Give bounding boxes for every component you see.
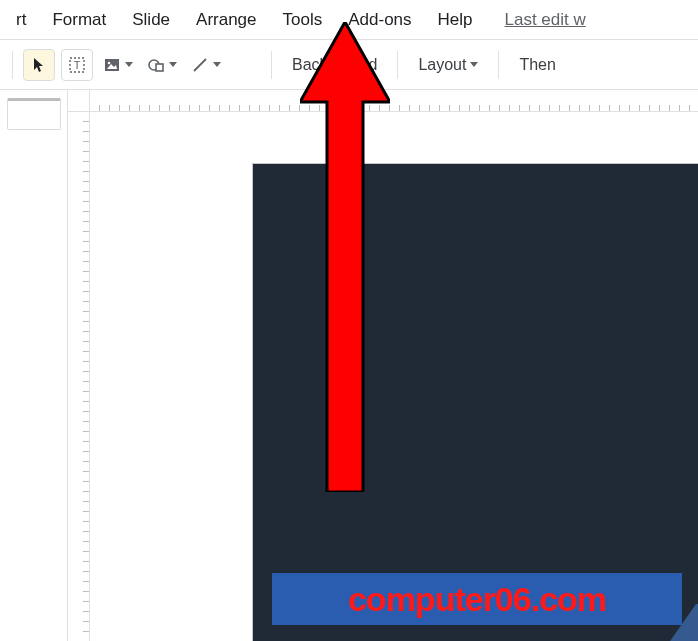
horizontal-ruler [90, 90, 698, 112]
chevron-down-icon [213, 62, 221, 67]
background-button[interactable]: Background [282, 52, 387, 78]
menu-tools[interactable]: Tools [271, 6, 335, 34]
cursor-icon [31, 57, 47, 73]
watermark-text: computer06.com [348, 580, 606, 619]
shape-button[interactable] [143, 49, 181, 81]
last-edit-link[interactable]: Last edit w [505, 10, 586, 30]
image-button[interactable] [99, 49, 137, 81]
line-button[interactable] [187, 49, 225, 81]
toolbar: T Background Layout Then [0, 40, 698, 90]
svg-text:T: T [74, 59, 81, 71]
theme-label: Then [519, 56, 555, 74]
svg-line-7 [194, 59, 206, 71]
work-area [0, 90, 698, 641]
vertical-ruler [68, 112, 90, 641]
layout-button[interactable]: Layout [408, 52, 488, 78]
menu-addons[interactable]: Add-ons [336, 6, 423, 34]
menu-bar: rt Format Slide Arrange Tools Add-ons He… [0, 0, 698, 40]
toolbar-separator [271, 51, 272, 79]
toolbar-separator [12, 51, 13, 79]
menu-arrange[interactable]: Arrange [184, 6, 268, 34]
menu-slide[interactable]: Slide [120, 6, 182, 34]
toolbar-separator [397, 51, 398, 79]
textbox-icon: T [68, 56, 86, 74]
toolbar-separator [498, 51, 499, 79]
svg-rect-6 [156, 64, 163, 71]
image-icon [103, 56, 121, 74]
background-label: Background [292, 56, 377, 74]
ruler-corner [68, 90, 90, 112]
svg-point-4 [108, 61, 111, 64]
menu-help[interactable]: Help [426, 6, 485, 34]
textbox-button[interactable]: T [61, 49, 93, 81]
slide-panel[interactable] [0, 90, 68, 641]
select-tool-button[interactable] [23, 49, 55, 81]
watermark: computer06.com [272, 573, 682, 625]
chevron-down-icon [125, 62, 133, 67]
chevron-down-icon [169, 62, 177, 67]
slide-thumbnail[interactable] [7, 98, 61, 130]
shape-icon [147, 56, 165, 74]
slide-canvas[interactable] [253, 164, 698, 641]
canvas-area[interactable] [68, 90, 698, 641]
menu-insert[interactable]: rt [4, 6, 38, 34]
line-icon [191, 56, 209, 74]
theme-button[interactable]: Then [509, 52, 565, 78]
chevron-down-icon [470, 62, 478, 67]
menu-format[interactable]: Format [40, 6, 118, 34]
layout-label: Layout [418, 56, 466, 74]
